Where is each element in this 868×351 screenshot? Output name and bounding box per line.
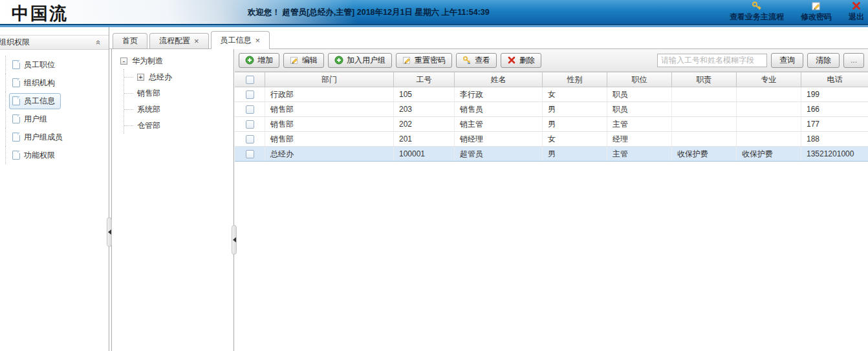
- delete-button[interactable]: 删除: [501, 53, 541, 68]
- checkbox-cell: [235, 87, 265, 101]
- org-tree: - 华为制造 + 总经办 销售部 系统部 仓管部: [120, 53, 230, 134]
- column-header-gender[interactable]: 性别: [543, 72, 607, 87]
- clear-button-label: 清除: [816, 55, 831, 66]
- tree-splitter-handle[interactable]: [232, 225, 237, 255]
- tree-node-root[interactable]: - 华为制造: [120, 53, 230, 69]
- sidebar-item-user-group-members[interactable]: 用户组成员: [0, 128, 109, 146]
- column-header-name[interactable]: 姓名: [455, 72, 543, 87]
- cell-duty: [672, 132, 737, 146]
- tree-node-label: 销售部: [137, 88, 160, 99]
- employee-table: 部门 工号 姓名 性别 职位 职责 专业 电话 行政部 105 李行政 女 职员…: [235, 72, 868, 162]
- table-header-row: 部门 工号 姓名 性别 职位 职责 专业 电话: [235, 72, 868, 87]
- table-row[interactable]: 销售部 203 销售员 男 职员 166: [235, 102, 868, 117]
- key-icon: [462, 56, 472, 65]
- pencil-icon: [290, 56, 299, 65]
- column-header-duty[interactable]: 职责: [672, 72, 737, 87]
- pencil-icon: [811, 1, 821, 11]
- row-checkbox[interactable]: [246, 90, 254, 99]
- sidebar-item-org-structure[interactable]: 组织机构: [0, 74, 109, 92]
- tree-node-general-office[interactable]: + 总经办: [124, 69, 230, 85]
- table-row-selected[interactable]: 总经办 100001 超管员 男 主管 收保护费 收保护费 1352120100…: [235, 147, 868, 162]
- table-toolbar: 增加 编辑 加入用户组 重置密码: [235, 49, 868, 72]
- column-header-dept[interactable]: 部门: [265, 72, 394, 87]
- checkbox-cell: [235, 117, 265, 131]
- column-header-major[interactable]: 专业: [737, 72, 801, 87]
- tab-employee-info[interactable]: 员工信息 ×: [211, 31, 270, 48]
- view-main-flow-label: 查看业务主流程: [730, 12, 784, 23]
- sidebar-item-employee-position[interactable]: 员工职位: [0, 56, 109, 74]
- edit-button[interactable]: 编辑: [283, 53, 324, 68]
- checkbox-cell: [235, 147, 265, 161]
- tab-flow-config[interactable]: 流程配置 ×: [149, 33, 209, 48]
- row-checkbox[interactable]: [246, 120, 254, 129]
- cell-position: 主管: [607, 117, 672, 131]
- app-window: 中国流 欢迎您！ 超管员[总经办,主管] 2018年12月1日 星期六 上午11…: [0, 0, 868, 351]
- add-to-user-group-button[interactable]: 加入用户组: [328, 53, 392, 68]
- tree-node-sales-dept[interactable]: 销售部: [124, 85, 230, 101]
- view-main-flow-button[interactable]: 查看业务主流程: [730, 1, 784, 23]
- logout-button[interactable]: 退出: [849, 1, 864, 23]
- sidebar-item-function-permissions[interactable]: 功能权限: [0, 146, 109, 164]
- column-header-position[interactable]: 职位: [607, 72, 672, 87]
- cell-gender: 女: [543, 87, 607, 101]
- delete-icon: [507, 56, 516, 65]
- sidebar-splitter[interactable]: [109, 27, 109, 351]
- cell-gender: 男: [543, 102, 607, 116]
- sidebar-menu: 员工职位 组织机构 员工信息 用户组 用户组成员: [0, 56, 109, 164]
- tree-dots: [5, 92, 6, 110]
- tree-collapse-icon[interactable]: -: [120, 58, 127, 65]
- column-header-id[interactable]: 工号: [394, 72, 455, 87]
- tree-table-splitter[interactable]: [233, 49, 234, 351]
- topbar-divider-light: [0, 25, 868, 27]
- cell-major: 收保护费: [737, 147, 801, 161]
- cell-position: 经理: [607, 132, 672, 146]
- search-input[interactable]: [657, 54, 767, 67]
- add-icon: [334, 56, 343, 65]
- topbar-actions: 查看业务主流程 修改密码 退出: [730, 1, 864, 23]
- cell-id: 105: [394, 87, 455, 101]
- cell-phone: 177: [801, 117, 868, 131]
- sidebar-item-user-group[interactable]: 用户组: [0, 110, 109, 128]
- row-checkbox[interactable]: [246, 105, 254, 114]
- cell-id: 202: [394, 117, 455, 131]
- welcome-text: 欢迎您！ 超管员[总经办,主管] 2018年12月1日 星期六 上午11:54:…: [248, 7, 490, 18]
- key-icon: [752, 1, 762, 11]
- select-all-checkbox[interactable]: [246, 76, 254, 84]
- column-header-phone[interactable]: 电话: [801, 72, 868, 87]
- sidebar-item-label: 功能权限: [24, 150, 55, 161]
- cell-name: 销经理: [455, 132, 543, 146]
- sidebar-item-employee-info[interactable]: 员工信息: [0, 92, 109, 110]
- clear-button[interactable]: 清除: [807, 53, 840, 68]
- sidebar-splitter-handle[interactable]: [107, 217, 112, 247]
- table-row[interactable]: 销售部 201 销经理 女 经理 188: [235, 132, 868, 147]
- sidebar-item-label: 员工职位: [24, 59, 55, 70]
- tab-label: 首页: [122, 36, 138, 47]
- more-button[interactable]: ...: [843, 53, 864, 68]
- tree-node-warehouse-dept[interactable]: 仓管部: [124, 118, 230, 134]
- tree-node-system-dept[interactable]: 系统部: [124, 101, 230, 118]
- row-checkbox[interactable]: [246, 150, 254, 158]
- query-button[interactable]: 查询: [771, 53, 803, 68]
- table-row[interactable]: 销售部 202 销主管 男 主管 177: [235, 117, 868, 132]
- add-button[interactable]: 增加: [239, 53, 279, 68]
- checkbox-cell: [235, 132, 265, 146]
- cell-phone: 199: [801, 87, 868, 101]
- row-checkbox[interactable]: [246, 135, 254, 144]
- collapse-panel-icon[interactable]: «: [94, 40, 103, 45]
- pencil-icon: [402, 56, 411, 65]
- tree-expand-icon[interactable]: +: [137, 74, 144, 81]
- table-row[interactable]: 行政部 105 李行政 女 职员 199: [235, 87, 868, 102]
- search-group: 查询 清除 ...: [657, 53, 864, 68]
- tab-close-icon[interactable]: ×: [255, 36, 261, 45]
- tab-close-icon[interactable]: ×: [194, 36, 199, 46]
- view-button[interactable]: 查看: [456, 53, 497, 68]
- sidebar-title: 组织权限: [0, 37, 30, 48]
- tab-home[interactable]: 首页: [113, 33, 147, 48]
- reset-password-button[interactable]: 重置密码: [396, 53, 452, 68]
- change-password-button[interactable]: 修改密码: [801, 1, 832, 23]
- sidebar-item-label: 用户组: [24, 114, 47, 125]
- tree-node-label: 仓管部: [137, 120, 160, 131]
- tree-children: + 总经办 销售部 系统部 仓管部: [124, 69, 230, 134]
- tab-label: 流程配置: [159, 36, 190, 47]
- document-icon: [12, 78, 20, 87]
